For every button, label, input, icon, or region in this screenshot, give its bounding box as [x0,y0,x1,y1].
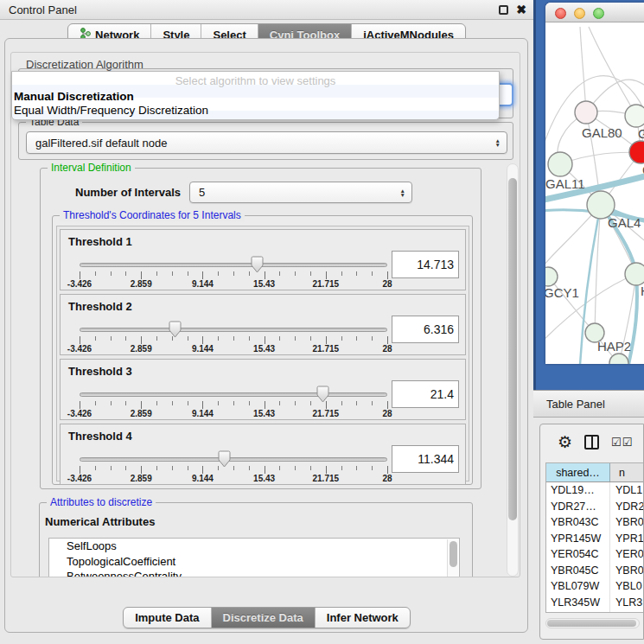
tick-label: 2.859 [131,409,152,418]
table-row[interactable]: YDR27…YDR2 [546,499,643,515]
network-view-frame: GAL80 GA C GAL11 GAL4 GCY1 H HAP2 [533,0,644,390]
table-data-selected: galFiltered.sif default node [35,137,167,150]
attributes-group-label: Attributes to discretize [47,496,156,508]
control-panel-titlebar: Control Panel ✖ [0,0,533,20]
column-header-shared[interactable]: shared… [546,463,610,481]
tick-label: 2.859 [131,474,152,483]
zoom-traffic-light-icon[interactable] [593,8,604,19]
table-data-combobox[interactable]: galFiltered.sif default node ▲▼ [26,131,507,154]
tick-label: -3.426 [67,344,92,354]
table-row[interactable]: YLR345WYLR3 [546,595,643,611]
dropdown-option-equal-width[interactable]: Equal Width/Frequency Discretization [14,104,208,117]
slider-scale-labels: -3.4262.8599.14415.4321.71528 [80,474,387,484]
node-label: GAL4 [608,215,641,230]
threshold-value-field[interactable]: 21.4 [392,380,459,408]
numerical-attributes-list[interactable]: SelfLoops TopologicalCoefficient Between… [48,538,460,577]
tick-label: 28 [382,344,392,354]
number-of-intervals-combobox[interactable]: 5 ▲▼ [189,182,412,203]
threshold-4-panel: Threshold 4 -3.4262.8599.14415.4321.7152… [60,424,466,485]
panel-title: Control Panel [0,3,77,16]
table-row[interactable]: YIL052CYIL0 [546,610,643,613]
attributes-group: Attributes to discretize Numerical Attri… [39,502,473,577]
node-h[interactable] [625,263,644,285]
table-row[interactable]: YDL19…YDL1 [546,482,643,499]
node-gcy1[interactable] [545,267,558,286]
tab-discretize-data[interactable]: Discretize Data [211,608,315,628]
tick-label: -3.426 [67,409,92,418]
node-gal11[interactable] [548,152,572,176]
table-row[interactable]: YBL079WYBL0 [546,578,643,595]
tick-label: 28 [382,409,392,418]
threshold-value-field[interactable]: 14.713 [392,251,459,278]
threshold-value-field[interactable]: 6.316 [392,316,459,343]
network-canvas[interactable]: GAL80 GA C GAL11 GAL4 GCY1 H HAP2 [545,22,644,364]
slider-track[interactable] [80,263,387,267]
tab-impute-data[interactable]: Impute Data [124,608,210,628]
table-rows: YDL19…YDL1 YDR27…YDR2 YBR043CYBR0 YPR145… [546,482,643,613]
gear-icon[interactable]: ⚙ [558,434,572,450]
node-label: GAL11 [545,176,585,191]
dropdown-placeholder: Select algorithm to view settings [12,74,499,87]
tab-infer-network[interactable]: Infer Network [315,608,410,628]
interval-definition-label: Interval Definition [48,162,135,174]
slider-scale-labels: -3.4262.8599.14415.4321.71528 [80,344,387,354]
slider-handle[interactable] [316,386,329,403]
checkbox-icons[interactable]: ☑☑ [611,436,633,449]
tick-label: 28 [382,474,392,483]
dropdown-option-manual[interactable]: Manual Discretization [14,90,134,103]
slider-handle[interactable] [169,321,182,338]
node-label: GA [638,126,644,141]
list-item[interactable]: SelfLoops [49,539,459,554]
threshold-value-field[interactable]: 11.344 [392,445,459,473]
close-traffic-light-icon[interactable] [555,8,566,19]
tick-label: 9.144 [192,474,214,483]
table-panel-header: Table Panel [533,390,644,418]
list-item[interactable]: TopologicalCoefficient [49,554,459,570]
bottom-tab-bar: Impute Data Discretize Data Infer Networ… [0,607,533,628]
thresholds-group: Threshold's Coordinates for 5 Intervals … [52,215,473,485]
table-header-row: shared… n [546,463,643,482]
thresholds-group-label: Threshold's Coordinates for 5 Intervals [60,209,245,221]
table-horizontal-scrollbar[interactable] [545,618,640,628]
attributes-scrollbar[interactable] [447,539,458,577]
node-label: GCY1 [545,285,579,300]
node-attribute-table[interactable]: shared… n YDL19…YDL1 YDR27…YDR2 YBR043CY… [545,462,643,613]
network-window: GAL80 GA C GAL11 GAL4 GCY1 H HAP2 [545,3,644,364]
node-label: GAL80 [582,125,622,140]
slider-track[interactable] [80,328,387,332]
tick-label: -3.426 [67,279,92,289]
combo-stepper-icon: ▲▼ [400,188,405,197]
slider-track[interactable] [80,392,387,397]
node-ga[interactable] [625,105,644,127]
tick-label: 2.859 [131,344,152,354]
interval-definition-group: Interval Definition Number of Intervals … [40,168,481,489]
control-panel: Control Panel ✖ Network Style [0,0,533,644]
node-gal80[interactable] [575,101,597,124]
discretize-tab-content: Discretization Algorithm Table Data galF… [10,52,520,577]
float-window-icon[interactable] [499,5,508,15]
numerical-attributes-label: Numerical Attributes [45,515,155,528]
slider-track[interactable] [80,457,387,462]
slider-scale-labels: -3.4262.8599.14415.4321.71528 [80,279,387,290]
table-row[interactable]: YER054CYER0 [546,546,643,563]
node-label: HAP2 [597,339,631,354]
columns-icon[interactable] [584,435,599,450]
slider-handle[interactable] [218,450,231,468]
tick-label: 21.715 [313,344,340,354]
list-item[interactable]: BetweennessCentrality [49,569,459,577]
combo-stepper-icon: ▲▼ [495,138,501,147]
slider-scale-labels: -3.4262.8599.14415.4321.71528 [80,409,387,419]
node-label: H [641,284,644,298]
table-row[interactable]: YBR043CYBR0 [546,514,643,531]
minimize-traffic-light-icon[interactable] [574,8,585,19]
slider-major-ticks [80,401,388,409]
threshold-2-panel: Threshold 2 -3.4262.8599.14415.4321.7152… [60,294,466,355]
content-vertical-scrollbar[interactable] [507,163,519,577]
slider-major-ticks [80,336,388,344]
table-row[interactable]: YBR045CYBR0 [546,563,643,579]
close-icon[interactable]: ✖ [516,5,526,15]
slider-handle[interactable] [251,256,264,273]
tick-label: 2.859 [131,279,152,289]
table-row[interactable]: YPR145WYPR1 [546,531,643,547]
column-header-name[interactable]: n [610,463,643,481]
